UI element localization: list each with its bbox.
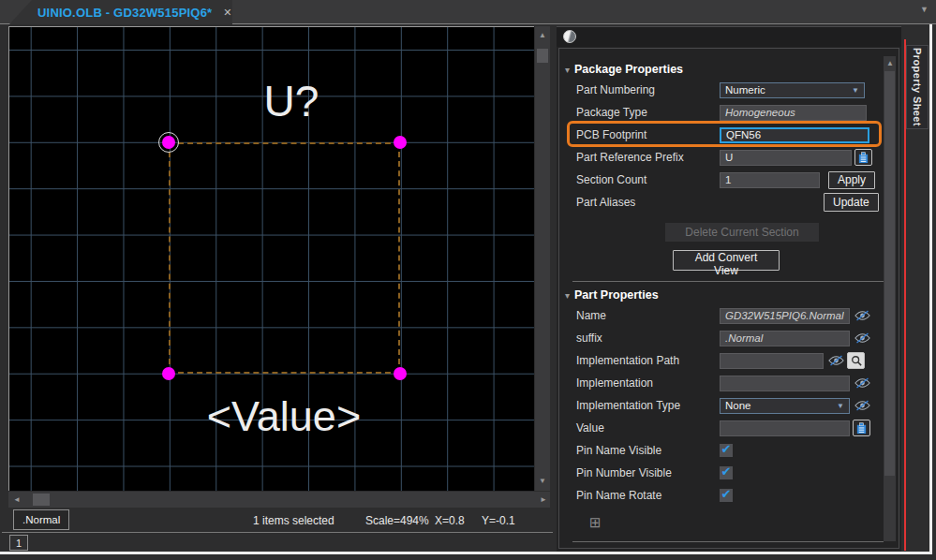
corner-handle-top-right[interactable]: [394, 136, 407, 149]
delete-current-section-button[interactable]: Delete Current Section: [665, 223, 819, 242]
implementation-type-select[interactable]: None ▼: [720, 398, 850, 414]
row-pcb-footprint: PCB Footprint: [576, 124, 899, 146]
close-icon[interactable]: ✕: [223, 7, 231, 19]
section-divider: [572, 281, 884, 282]
canvas-horizontal-scrollbar[interactable]: ◄ ►: [8, 492, 550, 508]
name-field[interactable]: [720, 308, 850, 324]
window-border-bottom: [0, 552, 932, 554]
reference-designator-text[interactable]: U?: [240, 76, 343, 126]
tab-overflow-chevron-icon[interactable]: ▼: [920, 5, 929, 14]
panel-scroll-thumb[interactable]: [884, 71, 895, 476]
vertical-scroll-thumb[interactable]: [537, 49, 548, 63]
corner-handle-top-left[interactable]: [162, 136, 175, 149]
field-label: Pin Name Rotate: [576, 489, 720, 502]
pin-name-rotate-checkbox[interactable]: ✔: [720, 489, 733, 502]
clipboard-icon: [855, 422, 868, 435]
implementation-input[interactable]: [720, 376, 850, 391]
eye-slash-icon: [854, 332, 870, 344]
row-implementation-path: Implementation Path: [576, 349, 899, 372]
schematic-editor: U? <Value> ▲ ▼ ◄ ► .Normal 1 items selec…: [2, 24, 553, 552]
suffix-field[interactable]: [720, 331, 850, 346]
package-type-field[interactable]: [720, 105, 867, 121]
chevron-down-icon: ▼: [852, 86, 859, 95]
field-label: Part Numbering: [576, 83, 720, 96]
row-pin-name-rotate: Pin Name Rotate ✔: [576, 484, 899, 507]
field-label: Implementation Path: [576, 354, 720, 367]
scroll-left-icon[interactable]: ◄: [13, 496, 21, 504]
property-sheet-tab[interactable]: Property Sheet: [906, 45, 929, 129]
check-icon: ✔: [721, 490, 732, 499]
scroll-down-icon[interactable]: ▼: [539, 478, 546, 485]
assign-property-button[interactable]: [853, 420, 870, 436]
visibility-toggle[interactable]: [854, 400, 870, 411]
scroll-up-icon[interactable]: ▲: [539, 32, 546, 39]
visibility-toggle[interactable]: [854, 332, 870, 344]
row-section-count: Section Count Apply: [576, 169, 899, 191]
panel-header-bar: [557, 26, 901, 47]
browse-button[interactable]: [847, 352, 865, 369]
row-pin-number-visible: Pin Number Visible ✔: [576, 462, 899, 484]
panel-options-icon[interactable]: [563, 30, 576, 43]
assign-property-button[interactable]: [854, 149, 872, 166]
row-implementation: Implementation: [576, 372, 899, 394]
pin-name-visible-checkbox[interactable]: ✔: [720, 444, 733, 457]
corner-handle-bottom-left[interactable]: [162, 367, 175, 380]
scroll-right-icon[interactable]: ►: [540, 496, 547, 504]
selection-status: 1 items selected: [253, 514, 334, 527]
clipboard-icon: [857, 152, 869, 164]
horizontal-scroll-thumb[interactable]: [33, 494, 50, 506]
apply-button[interactable]: Apply: [828, 171, 875, 189]
visibility-toggle[interactable]: [854, 377, 870, 389]
property-sheet-panel: ▾ Package Properties Part Numbering Nume…: [557, 26, 901, 552]
section-title: Package Properties: [574, 63, 683, 76]
section-header-part-properties[interactable]: ▾ Part Properties: [565, 286, 899, 304]
section-header-package-properties[interactable]: ▾ Package Properties: [565, 60, 899, 79]
part-reference-prefix-input[interactable]: [720, 150, 852, 166]
field-label: Package Type: [576, 106, 720, 119]
cursor-x-status: X=0.8: [435, 514, 465, 527]
schematic-canvas[interactable]: U? <Value>: [8, 26, 534, 491]
zoom-scale-status: Scale=494%: [365, 514, 429, 527]
document-tab-title: UINIO.OLB - GD32W515PIQ6*: [37, 6, 212, 20]
field-label: Pin Number Visible: [576, 466, 720, 479]
value-input[interactable]: [720, 420, 850, 436]
part-numbering-select[interactable]: Numeric ▼: [720, 82, 865, 98]
document-tab-bar: UINIO.OLB - GD32W515PIQ6* ✕ ▼: [0, 0, 936, 24]
value-placeholder-text[interactable]: <Value>: [166, 392, 402, 441]
eye-slash-icon: [854, 310, 870, 321]
select-value: None: [725, 400, 751, 411]
row-part-reference-prefix: Part Reference Prefix: [576, 146, 899, 169]
selected-symbol-outline[interactable]: [169, 142, 400, 374]
page-tab-1[interactable]: 1: [9, 535, 28, 551]
row-implementation-type: Implementation Type None ▼: [576, 394, 899, 417]
row-suffix: suffix: [576, 327, 899, 349]
row-name: Name: [576, 304, 899, 327]
collapse-arrow-icon[interactable]: ▾: [565, 290, 570, 301]
panel-scrollbar[interactable]: ▲: [884, 56, 896, 541]
add-property-icon[interactable]: ⊞: [589, 514, 602, 531]
update-button[interactable]: Update: [824, 193, 879, 212]
application-window: UINIO.OLB - GD32W515PIQ6* ✕ ▼ U? <Value>…: [0, 0, 936, 560]
field-label: suffix: [576, 332, 720, 345]
canvas-vertical-scrollbar[interactable]: ▲ ▼: [535, 26, 550, 491]
collapse-arrow-icon[interactable]: ▾: [565, 65, 570, 75]
corner-handle-bottom-right[interactable]: [394, 367, 407, 380]
select-value: Numeric: [725, 84, 765, 96]
field-label: Implementation: [576, 376, 720, 390]
section-count-field[interactable]: [720, 172, 820, 188]
visibility-toggle[interactable]: [828, 355, 844, 366]
scroll-up-icon[interactable]: ▲: [886, 60, 894, 67]
add-convert-view-button[interactable]: Add Convert View: [673, 250, 780, 271]
page-tab-strip: 1: [2, 533, 553, 552]
pcb-footprint-input[interactable]: [720, 127, 869, 143]
field-label: Part Reference Prefix: [576, 151, 720, 164]
row-part-aliases: Part Aliases Update: [576, 191, 899, 214]
implementation-path-input[interactable]: [720, 353, 824, 369]
visibility-toggle[interactable]: [854, 310, 870, 321]
pin-number-visible-checkbox[interactable]: ✔: [720, 466, 733, 479]
section-title: Part Properties: [574, 288, 659, 302]
view-tab-normal[interactable]: .Normal: [13, 509, 69, 530]
document-tab[interactable]: UINIO.OLB - GD32W515PIQ6* ✕: [9, 0, 232, 24]
field-label: Part Aliases: [576, 196, 720, 209]
row-value: Value: [576, 417, 899, 439]
